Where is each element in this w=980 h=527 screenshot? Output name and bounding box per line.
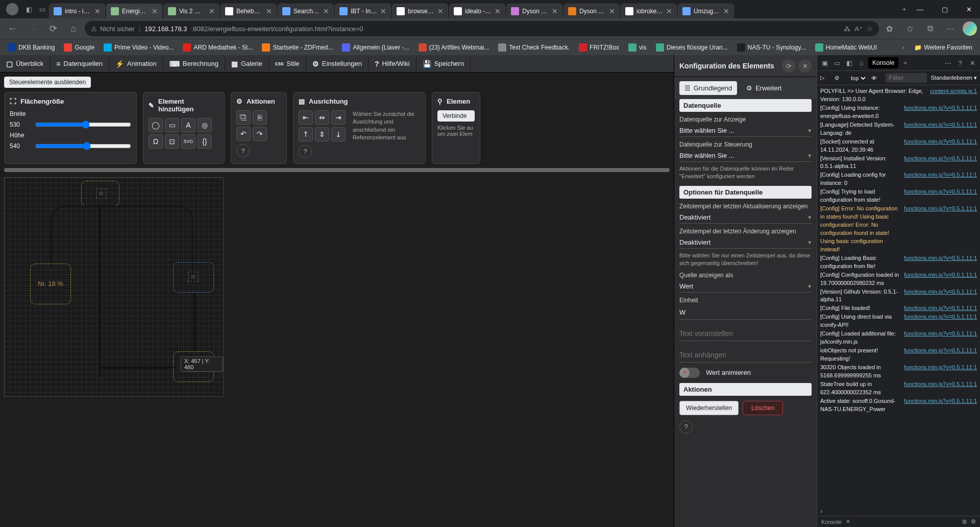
close-config-button[interactable]: ✕ bbox=[798, 59, 812, 73]
add-text-button[interactable]: A bbox=[181, 118, 195, 132]
url-input[interactable]: ⚠Nicht sicher | 192.168.178.3:8082/energ… bbox=[85, 21, 879, 36]
browser-tab[interactable]: idealo - Such✕ bbox=[449, 4, 505, 18]
bookmark-item[interactable]: (23) Artfiles Webmai... bbox=[415, 42, 493, 53]
issues-icon[interactable]: ⊞ bbox=[962, 518, 967, 525]
log-source-link[interactable]: functions.min.js?v=0.5.1.11:1 bbox=[904, 171, 977, 187]
close-tab-icon[interactable]: ✕ bbox=[266, 7, 272, 15]
log-source-link[interactable]: functions.min.js?v=0.5.1.11:1 bbox=[904, 364, 977, 380]
back-button[interactable]: ← bbox=[3, 19, 21, 38]
browser-tab[interactable]: Search - Ico✕ bbox=[278, 4, 334, 18]
toolbar-button[interactable]: ?Hilfe/Wiki bbox=[369, 57, 416, 71]
prepend-input[interactable] bbox=[679, 327, 812, 341]
toolbar-button[interactable]: ≡Datenquellen bbox=[50, 57, 109, 71]
log-source-link[interactable]: functions.min.js?v=0.5.1.11:1 bbox=[904, 380, 977, 397]
browser-tab[interactable]: iobroker aus✕ bbox=[621, 4, 677, 18]
connect-button[interactable]: Verbinde bbox=[437, 110, 475, 122]
tab-actions-icon[interactable]: ▭ bbox=[36, 3, 49, 16]
height-slider[interactable] bbox=[35, 142, 131, 150]
log-source-link[interactable]: functions.min.js?v=0.5.1.11:1 bbox=[904, 155, 977, 171]
translate-icon[interactable]: ⁂ bbox=[844, 25, 850, 33]
log-source-link[interactable]: functions.min.js?v=0.5.1.11:1 bbox=[904, 313, 977, 329]
devtools-tab-console[interactable]: Konsole bbox=[868, 57, 898, 68]
browser-tab[interactable]: Dyson Airwra✕ bbox=[506, 4, 562, 18]
footer-console-tab[interactable]: Konsole bbox=[821, 519, 842, 525]
log-source-link[interactable]: functions.min.js?v=0.5.1.11:1 bbox=[904, 138, 977, 154]
close-tab-icon[interactable]: ✕ bbox=[152, 7, 158, 15]
toolbar-button[interactable]: ⌨Berechnung bbox=[163, 57, 225, 71]
refresh-button[interactable]: ⟳ bbox=[44, 19, 62, 38]
toolbar-button[interactable]: ▢Überblick bbox=[0, 57, 50, 71]
log-source-link[interactable]: content-scripts.js:1 bbox=[930, 87, 977, 104]
more-bookmarks-button[interactable]: 📁Weitere Favoriten bbox=[911, 42, 976, 53]
delete-button[interactable]: Löschen bbox=[743, 401, 783, 415]
add-image-button[interactable]: ⊡ bbox=[165, 134, 179, 149]
help-devtools-icon[interactable]: ? bbox=[954, 57, 966, 68]
help-icon[interactable]: ? bbox=[679, 420, 693, 434]
workspaces-icon[interactable]: ◧ bbox=[22, 3, 36, 16]
add-ring-button[interactable]: ◎ bbox=[198, 118, 212, 132]
canvas-element[interactable]: ⊠ bbox=[173, 262, 214, 293]
close-tab-icon[interactable]: ✕ bbox=[495, 7, 501, 15]
close-devtools-icon[interactable]: ✕ bbox=[967, 57, 978, 68]
whats-new-icon[interactable]: ✕ bbox=[846, 518, 850, 525]
settings-devtools-icon[interactable]: ⚙ bbox=[971, 518, 976, 525]
show-as-select[interactable]: Wert▾ bbox=[679, 280, 812, 293]
align-top-button[interactable]: ⤒ bbox=[299, 127, 313, 141]
bookmark-item[interactable]: ARD Mediathek - St... bbox=[179, 42, 256, 53]
dock-icon[interactable]: ◧ bbox=[844, 57, 855, 68]
maximize-button[interactable]: ▢ bbox=[936, 4, 954, 15]
bookmark-item[interactable]: Dieses flüssige Uran... bbox=[652, 42, 731, 53]
append-input[interactable] bbox=[679, 348, 812, 363]
restore-button[interactable]: Wiederherstellen bbox=[679, 401, 739, 415]
inspect-icon[interactable]: ▣ bbox=[819, 57, 830, 68]
bookmark-item[interactable]: Startseite - ZDFmed... bbox=[258, 42, 336, 53]
profile-avatar[interactable] bbox=[6, 3, 18, 15]
close-tab-icon[interactable]: ✕ bbox=[94, 7, 101, 15]
canvas-element-label[interactable]: Nr. 18 % bbox=[30, 264, 71, 304]
log-source-link[interactable]: functions.min.js?v=0.5.1.11:1 bbox=[904, 288, 977, 304]
log-source-link[interactable]: functions.min.js?v=0.5.1.11:1 bbox=[904, 104, 977, 121]
home-button[interactable]: ⌂ bbox=[64, 19, 83, 38]
paste-button[interactable]: ⎘ bbox=[253, 110, 267, 125]
refresh-config-button[interactable]: ⟳ bbox=[782, 59, 795, 73]
bookmark-item[interactable]: NAS-TU - Synology... bbox=[733, 42, 810, 53]
minimize-button[interactable]: — bbox=[911, 4, 929, 15]
log-source-link[interactable]: functions.min.js?v=0.5.1.11:1 bbox=[904, 304, 977, 313]
bookmark-item[interactable]: Prime Video - Video... bbox=[100, 42, 177, 53]
align-left-button[interactable]: ⇤ bbox=[299, 110, 313, 125]
align-bottom-button[interactable]: ⤓ bbox=[331, 127, 346, 141]
favorite-icon[interactable]: ☆ bbox=[867, 25, 873, 33]
log-source-link[interactable]: functions.min.js?v=0.5.1.11:1 bbox=[904, 121, 977, 137]
bookmark-item[interactable]: Text Check Feedback. bbox=[495, 42, 573, 53]
new-tab-button[interactable]: ＋ bbox=[897, 3, 911, 16]
tab-advanced[interactable]: ⚙Erweitert bbox=[741, 81, 787, 95]
toolbar-button[interactable]: ⚡Animation bbox=[109, 57, 163, 71]
console-prompt[interactable]: › bbox=[817, 506, 980, 516]
close-tab-icon[interactable]: ✕ bbox=[380, 7, 386, 15]
collections-icon[interactable]: ⧉ bbox=[922, 20, 938, 37]
console-filter[interactable] bbox=[886, 73, 927, 83]
help-icon[interactable]: ? bbox=[236, 144, 250, 157]
add-rect-button[interactable]: ▭ bbox=[165, 118, 179, 132]
canvas-element[interactable]: ⊠ bbox=[81, 181, 119, 206]
close-tab-icon[interactable]: ✕ bbox=[666, 7, 672, 15]
close-tab-icon[interactable]: ✕ bbox=[209, 7, 215, 15]
copy-button[interactable]: ⿻ bbox=[236, 110, 251, 125]
bookmark-item[interactable]: FRITZ!Box bbox=[575, 42, 623, 53]
toolbar-button[interactable]: ▦Galerie bbox=[225, 57, 269, 71]
align-center-h-button[interactable]: ⇔ bbox=[315, 110, 329, 125]
browser-tab[interactable]: Umzug auf e✕ bbox=[678, 4, 734, 18]
bookmark-item[interactable]: HomeMatic WebUI bbox=[812, 42, 880, 53]
add-circle-button[interactable]: ◯ bbox=[149, 118, 163, 132]
add-svg-button[interactable]: SVG bbox=[181, 134, 195, 149]
browser-tab[interactable]: Dyson Airwra✕ bbox=[564, 4, 620, 18]
log-source-link[interactable]: functions.min.js?v=0.5.1.11:1 bbox=[904, 397, 977, 414]
bookmark-item[interactable]: Google bbox=[60, 42, 98, 53]
timestamp-update-select[interactable]: Deaktiviert▾ bbox=[679, 211, 812, 224]
help-icon[interactable]: ? bbox=[299, 145, 312, 158]
timestamp-change-select[interactable]: Deaktiviert▾ bbox=[679, 236, 812, 249]
log-source-link[interactable]: functions.min.js?v=0.5.1.11:1 bbox=[904, 330, 977, 346]
align-right-button[interactable]: ⇥ bbox=[331, 110, 346, 125]
more-icon[interactable]: ⋯ bbox=[942, 20, 959, 37]
eye-icon[interactable]: 👁 bbox=[871, 75, 881, 81]
